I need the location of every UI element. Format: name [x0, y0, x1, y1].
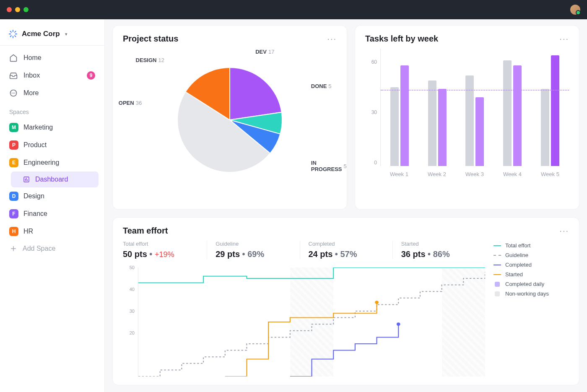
- metric: Completed24 pts • 57%: [309, 241, 393, 259]
- user-avatar[interactable]: [570, 5, 580, 15]
- bar: [428, 80, 436, 166]
- card-title: Project status: [123, 34, 178, 44]
- sidebar-dashboard[interactable]: Dashboard: [11, 171, 99, 187]
- nav-more[interactable]: More: [4, 84, 100, 102]
- workspace-icon: [8, 29, 18, 39]
- bar-group: [541, 55, 559, 166]
- space-item-marketing[interactable]: MMarketing: [4, 119, 100, 136]
- metric: Guideline29 pts • 69%: [216, 241, 300, 259]
- nav-label: More: [23, 89, 39, 97]
- card-more-button[interactable]: ···: [327, 34, 337, 44]
- bar-group: [465, 75, 484, 166]
- maximize-window[interactable]: [23, 7, 29, 12]
- legend-label: Completed daily: [505, 281, 544, 287]
- metric-value: 36 pts • 86%: [401, 249, 477, 259]
- legend-swatch: [493, 292, 501, 296]
- pie-slice-label: DONE 5: [311, 83, 332, 89]
- dashboard-icon: [23, 176, 30, 183]
- chevron-down-icon: ▾: [65, 31, 68, 37]
- space-item-finance[interactable]: FFinance: [4, 205, 100, 223]
- pie-slice-label: DEV 17: [255, 49, 274, 55]
- spaces-section-label: Spaces: [4, 102, 100, 119]
- titlebar: [0, 0, 587, 19]
- bar: [465, 75, 474, 166]
- chart-legend: Total effortGuidelineCompletedStartedCom…: [493, 241, 569, 376]
- legend-swatch: [493, 263, 501, 267]
- space-icon: H: [9, 227, 18, 236]
- bar: [513, 65, 522, 166]
- nav-label: Inbox: [23, 72, 40, 79]
- pie-chart: DEV 17DONE 5IN PROGRESS 5OPEN 36DESIGN 1…: [123, 49, 337, 191]
- space-label: Engineering: [23, 159, 59, 166]
- add-space-button[interactable]: Add Space: [4, 240, 100, 257]
- close-window[interactable]: [7, 7, 12, 12]
- metric-label: Completed: [309, 241, 384, 247]
- nav-label: Home: [23, 54, 42, 62]
- add-space-label: Add Space: [23, 245, 55, 252]
- inbox-icon: [9, 71, 18, 80]
- legend-swatch: [493, 282, 501, 286]
- bar: [541, 89, 549, 166]
- line-chart: 20304050: [123, 267, 485, 376]
- legend-item: Total effort: [493, 241, 569, 250]
- x-axis-label: Week 2: [428, 171, 446, 177]
- space-icon: F: [9, 209, 18, 218]
- bar: [475, 97, 484, 166]
- more-icon: [9, 89, 18, 97]
- metric-label: Guideline: [216, 241, 291, 247]
- nav-home[interactable]: Home: [4, 49, 100, 67]
- card-title: Team effort: [123, 226, 168, 236]
- space-label: Marketing: [23, 124, 53, 131]
- bar: [503, 60, 512, 166]
- space-item-product[interactable]: PProduct: [4, 136, 100, 154]
- project-status-card: Project status ··· DEV 17DONE 5IN PROGRE…: [112, 25, 347, 210]
- space-item-engineering[interactable]: EEngineering: [4, 154, 100, 171]
- legend-item: Guideline: [493, 250, 569, 260]
- space-label: HR: [23, 228, 33, 235]
- metric-value: 29 pts • 69%: [216, 249, 291, 259]
- bar: [400, 65, 409, 166]
- legend-label: Started: [505, 271, 523, 278]
- legend-item: Non-working days: [493, 289, 569, 299]
- pie-slice-label: OPEN 36: [119, 100, 142, 106]
- minimize-window[interactable]: [15, 7, 20, 12]
- inbox-badge: 9: [87, 71, 95, 80]
- legend-item: Completed daily: [493, 279, 569, 289]
- space-item-hr[interactable]: HHR: [4, 223, 100, 240]
- space-label: Finance: [23, 210, 47, 218]
- svg-point-5: [397, 322, 400, 326]
- svg-point-3: [14, 93, 15, 93]
- x-axis-label: Week 3: [465, 171, 484, 177]
- main-content: Project status ··· DEV 17DONE 5IN PROGRE…: [105, 19, 587, 392]
- bar: [390, 87, 399, 166]
- legend-item: Completed: [493, 260, 569, 270]
- tasks-left-card: Tasks left by week ··· 03060 Week 1Week …: [355, 25, 579, 210]
- workspace-switcher[interactable]: Acme Corp ▾: [4, 25, 100, 45]
- bar-group: [390, 65, 409, 166]
- nav-inbox[interactable]: Inbox 9: [4, 67, 100, 84]
- sidebar: Acme Corp ▾ Home Inbox 9 More Spaces MMa…: [0, 19, 105, 392]
- svg-point-1: [12, 93, 13, 93]
- card-more-button[interactable]: ···: [559, 34, 569, 44]
- bar-chart: 03060 Week 1Week 2Week 3Week 4Week 5: [365, 49, 569, 183]
- dashboard-label: Dashboard: [35, 176, 68, 183]
- metric-label: Total effort: [123, 241, 198, 247]
- card-more-button[interactable]: ···: [559, 226, 569, 236]
- legend-label: Guideline: [505, 252, 528, 258]
- space-item-design[interactable]: DDesign: [4, 187, 100, 205]
- legend-item: Started: [493, 270, 569, 279]
- legend-label: Total effort: [505, 242, 530, 249]
- x-axis-label: Week 1: [390, 171, 408, 177]
- space-icon: P: [9, 140, 18, 150]
- metric: Total effort50 pts • +19%: [123, 241, 207, 259]
- svg-point-2: [13, 93, 14, 93]
- home-icon: [9, 54, 18, 62]
- workspace-name: Acme Corp: [22, 30, 60, 38]
- plus-icon: [9, 244, 18, 253]
- space-label: Product: [23, 141, 47, 149]
- legend-swatch: [493, 273, 501, 277]
- x-axis-label: Week 5: [541, 171, 559, 177]
- bar: [551, 55, 559, 166]
- pie-slice-label: DESIGN 12: [136, 57, 164, 63]
- legend-swatch: [493, 244, 501, 248]
